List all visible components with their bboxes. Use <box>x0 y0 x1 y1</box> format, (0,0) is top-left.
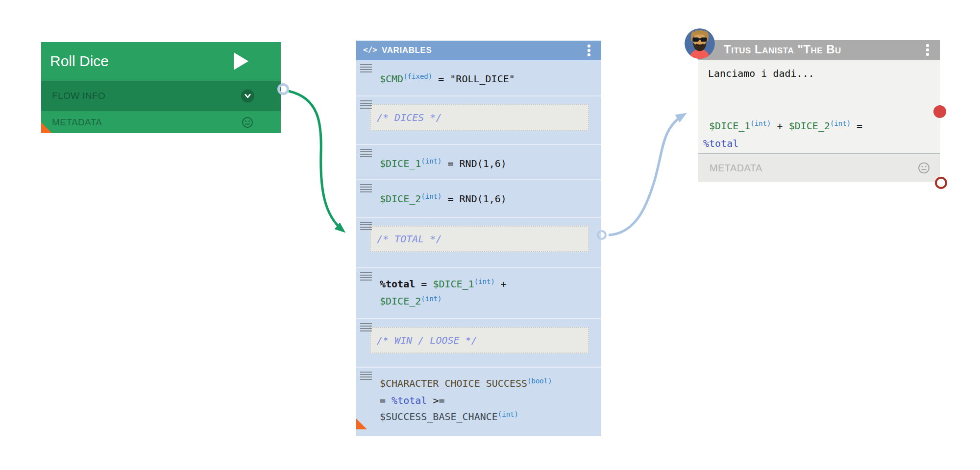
metadata-row[interactable]: METADATA <box>698 153 940 182</box>
roll-dice-title: Roll Dice <box>50 53 109 70</box>
output-port-empty[interactable] <box>935 177 947 189</box>
drag-handle-icon[interactable] <box>360 149 373 159</box>
output-connector-pin[interactable] <box>597 230 607 240</box>
variable-row[interactable]: $DICE_1(int) = RND(1,6) <box>356 144 601 179</box>
code-token: RND(1,6) <box>460 193 507 205</box>
code-token: $DICE_1 <box>433 278 474 290</box>
code-token: >= <box>427 395 444 406</box>
code-icon: </> <box>363 45 377 54</box>
comment-row[interactable]: /* WIN / LOOSE */ <box>356 318 601 367</box>
code-token: = <box>432 73 450 85</box>
code-token: = <box>415 278 433 290</box>
character-header[interactable]: Titus Lanista "The Bu <box>698 40 940 60</box>
code-token: $DICE_2 <box>380 295 421 307</box>
variable-row[interactable]: $DICE_2(int) = RND(1,6) <box>356 179 601 217</box>
code-token: (bool) <box>527 377 552 385</box>
smiley-icon[interactable] <box>918 162 930 174</box>
metadata-label: METADATA <box>710 163 762 174</box>
flow-info-row[interactable]: FLOW INFO <box>41 81 281 111</box>
node-character-dialogue[interactable]: Titus Lanista "The Bu Lanciamo i dadi...… <box>698 40 940 182</box>
character-title: Titus Lanista "The Bu <box>724 43 895 56</box>
output-connector-pin[interactable] <box>277 83 289 95</box>
code-token: $SUCCESS_BASE_CHANCE <box>380 411 498 423</box>
variables-header[interactable]: </> VARIABLES <box>356 41 601 60</box>
code-token: $CHARACTER_CHOICE_SUCCESS <box>380 377 527 389</box>
variable-row[interactable]: %total = $DICE_1(int) +$DICE_2(int) <box>356 267 601 318</box>
code-text: $CMD(fixed) = "ROLL_DICE" <box>380 60 593 88</box>
code-token: (int) <box>421 192 441 200</box>
code-token: $DICE_2 <box>380 193 421 205</box>
variable-row[interactable]: $CHARACTER_CHOICE_SUCCESS(bool)= %total … <box>356 367 601 436</box>
code-text: $DICE_1(int) = RND(1,6) <box>380 145 593 173</box>
variables-title: VARIABLES <box>382 46 432 55</box>
output-port-filled[interactable] <box>933 105 946 118</box>
flow-canvas[interactable]: Roll Dice FLOW INFO METADATA </> VARIABL… <box>0 0 980 470</box>
comment-box[interactable]: /* WIN / LOOSE */ <box>370 327 589 353</box>
node-roll-dice[interactable]: Roll Dice FLOW INFO METADATA <box>41 42 281 133</box>
variable-row[interactable]: $CMD(fixed) = "ROLL_DICE" <box>356 60 601 95</box>
code-token: (int) <box>830 119 851 127</box>
smiley-icon[interactable] <box>242 117 253 128</box>
drag-handle-icon[interactable] <box>360 184 373 194</box>
code-token: %total <box>703 138 738 149</box>
wire-variables-to-character[interactable] <box>609 115 684 235</box>
drag-handle-icon[interactable] <box>360 372 373 381</box>
dialogue-text: Lanciamo i dadi... <box>708 68 814 79</box>
dialogue-body[interactable]: Lanciamo i dadi... $DICE_1(int) + $DICE_… <box>698 60 940 153</box>
code-token: %total <box>392 395 427 406</box>
drag-handle-icon[interactable] <box>360 323 373 333</box>
code-token: = <box>380 395 392 406</box>
metadata-row[interactable]: METADATA <box>41 111 281 133</box>
code-token: + <box>495 278 507 290</box>
comment-box[interactable]: /* DICES */ <box>370 104 589 131</box>
code-token: (fixed) <box>403 72 432 80</box>
code-token: %total <box>380 278 415 290</box>
code-token: $DICE_2 <box>789 120 830 132</box>
kebab-menu-icon[interactable] <box>926 44 929 56</box>
code-text: $DICE_2(int) = RND(1,6) <box>380 180 593 208</box>
metadata-label: METADATA <box>52 117 102 128</box>
dialogue-code-text: $DICE_1(int) + $DICE_2(int) = %total <box>703 118 868 152</box>
code-token: $CMD <box>380 73 403 85</box>
drag-handle-icon[interactable] <box>360 222 373 232</box>
play-icon[interactable] <box>234 52 248 70</box>
node-variables[interactable]: </> VARIABLES $CMD(fixed) = "ROLL_DICE"/… <box>356 41 601 429</box>
roll-dice-header[interactable]: Roll Dice <box>41 42 281 81</box>
drag-handle-icon[interactable] <box>360 64 373 74</box>
code-token: (int) <box>421 295 441 303</box>
code-token: (int) <box>474 278 495 285</box>
drag-handle-icon[interactable] <box>360 272 373 282</box>
code-token: "ROLL_DICE" <box>450 73 514 85</box>
code-token: (int) <box>750 119 771 127</box>
code-token: $DICE_1 <box>703 120 750 132</box>
comment-row[interactable]: /* TOTAL */ <box>356 217 601 267</box>
character-avatar[interactable] <box>685 28 715 59</box>
code-token: = <box>441 193 459 205</box>
flow-info-label: FLOW INFO <box>52 91 105 101</box>
comment-box[interactable]: /* TOTAL */ <box>370 226 589 252</box>
code-token: RND(1,6) <box>460 158 507 169</box>
code-text: %total = $DICE_1(int) +$DICE_2(int) <box>380 268 593 310</box>
code-token: (int) <box>498 410 518 418</box>
wire-roll-dice-to-variables[interactable] <box>289 91 343 231</box>
code-token: = <box>441 158 459 169</box>
code-text: $CHARACTER_CHOICE_SUCCESS(bool)= %total … <box>380 368 593 426</box>
code-token: $DICE_1 <box>380 158 421 169</box>
chevron-down-icon[interactable] <box>241 90 254 103</box>
drag-handle-icon[interactable] <box>360 100 373 110</box>
code-token: = <box>851 120 868 132</box>
code-token: (int) <box>421 157 441 165</box>
comment-row[interactable]: /* DICES */ <box>356 95 601 144</box>
variables-row-list: $CMD(fixed) = "ROLL_DICE"/* DICES */$DIC… <box>356 60 601 436</box>
code-token: + <box>771 120 789 132</box>
kebab-menu-icon[interactable] <box>588 45 590 56</box>
